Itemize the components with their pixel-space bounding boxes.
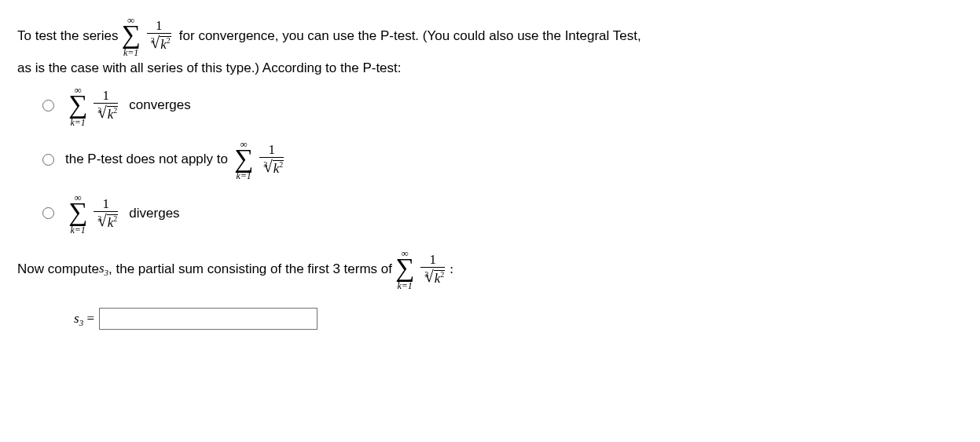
sigma-notation: ∞ ∑ k=1 bbox=[395, 249, 414, 289]
option-label: converges bbox=[129, 97, 190, 113]
fraction-term: 1 3 √ k2 bbox=[147, 19, 171, 52]
s3-answer-row: s3 = bbox=[74, 308, 964, 330]
sigma-notation: ∞ ∑ k=1 bbox=[122, 16, 141, 56]
intro-text-1b: for convergence, you can use the P-test.… bbox=[179, 27, 641, 46]
question-intro-line2: as is the case with all series of this t… bbox=[17, 59, 964, 78]
option-diverges[interactable]: ∞ ∑ k=1 1 3 √ k2 diverges bbox=[42, 193, 964, 233]
radio-icon[interactable] bbox=[42, 154, 54, 166]
intro-text-1a: To test the series bbox=[17, 27, 119, 46]
question-intro-line1: To test the series ∞ ∑ k=1 1 3 √ k2 for … bbox=[17, 16, 964, 56]
radio-icon[interactable] bbox=[42, 207, 54, 219]
option-not-apply[interactable]: the P-test does not apply to ∞ ∑ k=1 1 3… bbox=[42, 140, 964, 180]
option-label: the P-test does not apply to bbox=[65, 152, 228, 167]
fraction-term: 1 3 √ k2 bbox=[94, 89, 118, 122]
fraction-term: 1 3 √ k2 bbox=[259, 143, 284, 176]
fraction-term: 1 3 √ k2 bbox=[94, 197, 118, 230]
s3-label: s3 = bbox=[74, 311, 94, 327]
radio-options: ∞ ∑ k=1 1 3 √ k2 converges the P-test do… bbox=[42, 86, 964, 234]
sigma-notation: ∞ ∑ k=1 bbox=[234, 140, 253, 180]
sigma-notation: ∞ ∑ k=1 bbox=[68, 86, 87, 126]
radio-icon[interactable] bbox=[42, 100, 54, 111]
s3-input[interactable] bbox=[99, 308, 317, 330]
option-label: diverges bbox=[129, 206, 179, 221]
sigma-notation: ∞ ∑ k=1 bbox=[68, 193, 87, 233]
s3-var: s3 bbox=[99, 259, 108, 279]
fraction-term: 1 3 √ k2 bbox=[420, 253, 445, 286]
compute-prompt: Now compute s3 , the partial sum consist… bbox=[17, 249, 964, 289]
option-converges[interactable]: ∞ ∑ k=1 1 3 √ k2 converges bbox=[42, 86, 964, 126]
